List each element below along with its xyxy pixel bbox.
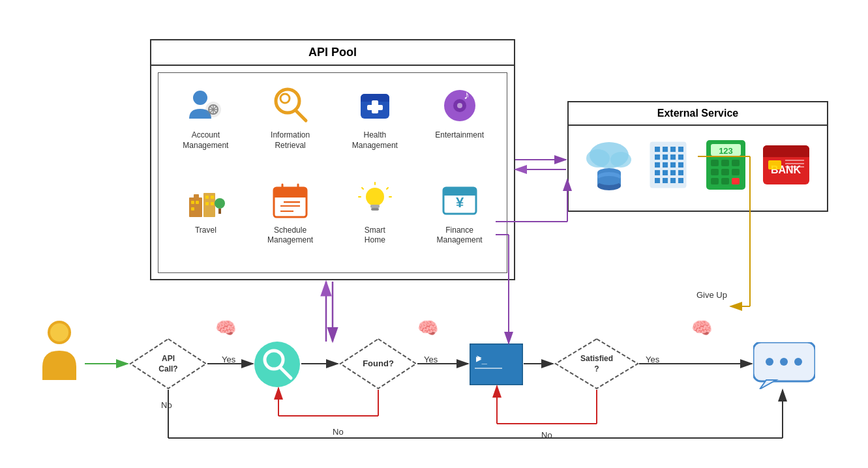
svg-point-53 [610, 152, 631, 168]
svg-rect-89 [711, 178, 719, 184]
svg-point-29 [215, 198, 225, 209]
svg-rect-41 [371, 208, 379, 211]
api-pool-title: API Pool [151, 40, 514, 66]
api-item-finance: ¥ FinanceManagement [419, 175, 500, 267]
svg-rect-27 [205, 202, 209, 205]
svg-rect-23 [196, 201, 199, 204]
svg-rect-20 [194, 194, 199, 201]
api-item-account: AccountManagement [165, 80, 247, 171]
give-up-label: Give Up [696, 290, 727, 300]
api-item-entertainment: ♪ Entertainment [419, 80, 500, 171]
calculator-icon: 123 [703, 139, 749, 191]
yes-label-3: Yes [646, 355, 659, 364]
entertainment-icon: ♪ [440, 86, 479, 125]
svg-rect-68 [655, 162, 660, 168]
yes-label-2: Yes [424, 355, 438, 364]
svg-point-119 [766, 358, 773, 366]
svg-rect-65 [663, 154, 668, 160]
svg-rect-62 [670, 147, 676, 152]
no-label-2: No [333, 427, 344, 437]
svg-rect-94 [763, 154, 809, 157]
svg-text:?: ? [594, 364, 599, 373]
account-management-label: AccountManagement [183, 130, 228, 151]
smart-home-icon [355, 181, 395, 220]
server-icon [647, 139, 689, 191]
svg-rect-40 [370, 205, 380, 208]
svg-point-121 [794, 358, 802, 366]
api-item-smarthome: SmartHome [335, 175, 416, 267]
schedule-management-icon [271, 181, 310, 220]
api-pool-inner: AccountManagement InformationRetrieval [158, 72, 507, 273]
cloud-db-icon [585, 139, 634, 191]
svg-rect-61 [663, 147, 668, 152]
brain-icon-2: 🧠 [417, 318, 438, 338]
external-service-title: External Service [569, 102, 827, 126]
api-item-schedule: ScheduleManagement [250, 175, 331, 267]
satisfied-diamond: Satisfied ? [554, 338, 639, 390]
terminal-node: ➤ ▶_ [470, 344, 523, 385]
svg-rect-78 [670, 178, 676, 183]
svg-text:♪: ♪ [464, 89, 470, 102]
svg-point-39 [366, 188, 384, 206]
svg-marker-114 [556, 339, 638, 388]
svg-rect-69 [663, 162, 668, 168]
svg-text:API: API [162, 354, 175, 363]
svg-line-43 [387, 188, 388, 189]
svg-point-58 [597, 176, 621, 185]
user-person [36, 318, 83, 383]
api-item-info: InformationRetrieval [250, 80, 331, 171]
svg-rect-72 [655, 170, 660, 175]
svg-text:Found?: Found? [363, 358, 394, 368]
diagram-container: API Pool [0, 0, 868, 468]
svg-point-9 [280, 94, 290, 103]
svg-point-0 [193, 91, 207, 105]
entertainment-label: Entertainment [435, 130, 484, 141]
external-service-box: External Service [567, 101, 828, 212]
svg-rect-25 [205, 196, 209, 199]
svg-rect-84 [721, 160, 729, 166]
svg-rect-60 [655, 147, 660, 152]
svg-text:¥: ¥ [456, 194, 464, 211]
api-item-travel: Travel [165, 175, 247, 267]
account-management-icon [186, 86, 225, 125]
finance-management-icon: ¥ [440, 181, 479, 220]
svg-rect-22 [191, 201, 194, 204]
brain-icon-3: 🧠 [691, 318, 712, 338]
svg-rect-66 [670, 154, 676, 160]
svg-marker-102 [130, 339, 206, 388]
svg-rect-64 [655, 154, 660, 160]
chat-bubble-node [753, 342, 815, 389]
health-management-label: HealthManagement [352, 130, 398, 151]
svg-rect-90 [721, 178, 729, 184]
svg-rect-71 [678, 162, 683, 168]
svg-rect-14 [367, 105, 383, 110]
svg-point-105 [254, 342, 300, 387]
svg-rect-88 [732, 169, 740, 175]
svg-line-44 [362, 188, 363, 189]
svg-text:Satisfied: Satisfied [580, 354, 613, 363]
svg-rect-85 [732, 160, 740, 166]
svg-rect-110 [470, 344, 523, 385]
svg-rect-86 [711, 169, 719, 175]
svg-rect-73 [663, 170, 668, 175]
svg-point-52 [586, 149, 610, 168]
travel-icon [186, 181, 225, 220]
information-retrieval-icon [271, 86, 310, 125]
svg-rect-87 [721, 169, 729, 175]
no-label-1: No [161, 400, 172, 410]
information-retrieval-label: InformationRetrieval [271, 130, 310, 151]
svg-rect-33 [274, 194, 307, 197]
svg-point-101 [50, 323, 68, 342]
health-management-icon [355, 86, 395, 125]
svg-rect-79 [678, 178, 683, 183]
external-service-icons: 123 BANK [569, 126, 827, 204]
api-pool-box: API Pool [150, 39, 515, 280]
svg-rect-26 [211, 196, 214, 199]
finance-management-label: FinanceManagement [437, 226, 483, 246]
found-diamond: Found? [339, 338, 417, 390]
svg-rect-63 [678, 147, 683, 152]
svg-text:Call?: Call? [158, 364, 177, 373]
svg-rect-83 [711, 160, 719, 166]
svg-rect-96 [768, 160, 781, 169]
no-label-3: No [541, 430, 552, 440]
